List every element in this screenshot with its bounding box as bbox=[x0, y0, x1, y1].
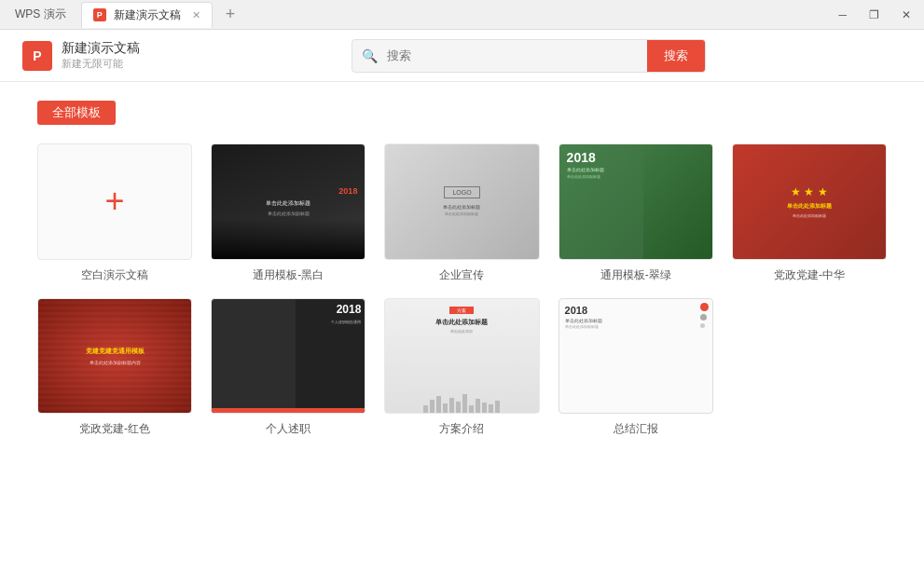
dark-year: 2018 bbox=[338, 186, 357, 196]
corp-logo: LOGO bbox=[444, 186, 479, 198]
restore-button[interactable]: ❐ bbox=[863, 7, 885, 23]
app-subtitle: 新建无限可能 bbox=[62, 57, 140, 71]
tab-label: 新建演示文稿 bbox=[114, 7, 181, 23]
template-thumb-blank: + bbox=[37, 143, 192, 260]
template-thumb-corp: LOGO 单击此处添加标题 单击此处添加副标题 bbox=[384, 143, 539, 260]
template-thumb-summary: 2018 单击此处添加标题 单击此处添加副标题 bbox=[559, 298, 713, 415]
template-thumb-resume: 2018 个人述职报告通用 bbox=[211, 298, 365, 415]
template-item-green[interactable]: 2018 单击此处添加标题 单击此处添加副标题 通用模板-翠绿 bbox=[559, 143, 713, 283]
plan-title: 单击此处添加标题 bbox=[435, 318, 488, 327]
redchina-sub: 单击此处添加副标题 bbox=[793, 213, 826, 218]
title-bar: WPS 演示 P 新建演示文稿 ✕ + ─ ❐ ✕ bbox=[0, 0, 924, 30]
template-thumb-plan: 方案 单击此处添加标题 单击此处添加 bbox=[384, 298, 539, 415]
template-item-plan[interactable]: 方案 单击此处添加标题 单击此处添加 bbox=[384, 298, 539, 438]
category-badge[interactable]: 全部模板 bbox=[37, 101, 116, 125]
template-name-green: 通用模板-翠绿 bbox=[600, 267, 671, 283]
template-item-red-china[interactable]: ★ ★ ★ 单击此处添加标题 单击此处添加副标题 党政党建-中华 bbox=[732, 143, 887, 283]
template-grid: + 空白演示文稿 2018 单击此处添加标题 单击此处添加副标题 通用模板-黑白… bbox=[37, 143, 887, 437]
redchina-title: 单击此处添加标题 bbox=[787, 202, 832, 211]
close-button[interactable]: ✕ bbox=[896, 7, 917, 23]
green-title: 单击此处添加标题 bbox=[567, 167, 604, 172]
app-title: 新建演示文稿 bbox=[62, 40, 140, 57]
search-button[interactable]: 搜索 bbox=[647, 40, 705, 72]
template-name-resume: 个人述职 bbox=[266, 421, 310, 437]
template-name-red-china: 党政党建-中华 bbox=[774, 267, 845, 283]
template-item-red2[interactable]: 党建党建党通用模板 单击此处添加副标题内容 党政党建-红色 bbox=[37, 298, 192, 438]
resume-title: 个人述职报告通用 bbox=[331, 320, 361, 324]
dark-title: 单击此处添加标题 bbox=[266, 199, 310, 208]
template-thumb-dark: 2018 单击此处添加标题 单击此处添加副标题 bbox=[211, 143, 365, 260]
plus-icon: + bbox=[105, 184, 125, 218]
title-bar-left: WPS 演示 P 新建演示文稿 ✕ + bbox=[7, 2, 241, 28]
summary-title: 单击此处添加标题 bbox=[565, 318, 707, 323]
template-name-red2: 党政党建-红色 bbox=[79, 421, 150, 437]
tab-close-button[interactable]: ✕ bbox=[192, 9, 200, 21]
plan-badge: 方案 bbox=[449, 307, 474, 314]
search-input[interactable] bbox=[387, 41, 647, 70]
summary-sub: 单击此处添加副标题 bbox=[565, 324, 707, 329]
dark-sub: 单击此处添加副标题 bbox=[268, 211, 310, 216]
red2-sub: 单击此处添加副标题内容 bbox=[90, 360, 141, 365]
window-controls: ─ ❐ ✕ bbox=[833, 7, 917, 23]
template-thumb-green: 2018 单击此处添加标题 单击此处添加副标题 bbox=[559, 143, 713, 260]
add-tab-button[interactable]: + bbox=[220, 5, 241, 24]
app-logo: P 新建演示文稿 新建无限可能 bbox=[22, 40, 140, 71]
active-tab[interactable]: P 新建演示文稿 ✕ bbox=[81, 2, 213, 28]
redchina-stars: ★ ★ ★ bbox=[791, 185, 828, 198]
tab-icon: P bbox=[93, 8, 106, 21]
resume-year: 2018 bbox=[337, 303, 362, 316]
red2-title: 党建党建党通用模板 bbox=[86, 347, 145, 356]
template-item-summary[interactable]: 2018 单击此处添加标题 单击此处添加副标题 总结汇报 bbox=[559, 298, 713, 438]
main-content: 全部模板 + 空白演示文稿 2018 单击此处添加标题 单击此处添加副标题 通用… bbox=[0, 82, 924, 587]
template-item-dark[interactable]: 2018 单击此处添加标题 单击此处添加副标题 通用模板-黑白 bbox=[211, 143, 365, 283]
logo-icon: P bbox=[22, 41, 52, 71]
template-item-resume[interactable]: 2018 个人述职报告通用 个人述职 bbox=[211, 298, 365, 438]
green-sub: 单击此处添加副标题 bbox=[567, 174, 604, 179]
search-icon: 🔍 bbox=[352, 48, 387, 63]
plan-sub: 单击此处添加 bbox=[450, 329, 473, 334]
app-label: WPS 演示 bbox=[7, 7, 74, 22]
app-title-group: 新建演示文稿 新建无限可能 bbox=[62, 40, 140, 71]
plan-cityscape bbox=[385, 392, 538, 413]
template-name-summary: 总结汇报 bbox=[614, 421, 658, 437]
search-bar[interactable]: 🔍 搜索 bbox=[352, 39, 706, 73]
template-name-dark: 通用模板-黑白 bbox=[253, 267, 324, 283]
summary-dots bbox=[700, 303, 709, 328]
template-name-corp: 企业宣传 bbox=[439, 267, 484, 283]
template-thumb-red2: 党建党建党通用模板 单击此处添加副标题内容 bbox=[37, 298, 192, 415]
template-item-corp[interactable]: LOGO 单击此处添加标题 单击此处添加副标题 企业宣传 bbox=[384, 143, 539, 283]
corp-sub: 单击此处添加副标题 bbox=[445, 212, 478, 216]
summary-year: 2018 bbox=[565, 305, 707, 316]
minimize-button[interactable]: ─ bbox=[833, 7, 852, 23]
template-item-blank[interactable]: + 空白演示文稿 bbox=[37, 143, 192, 283]
template-thumb-red-china: ★ ★ ★ 单击此处添加标题 单击此处添加副标题 bbox=[732, 143, 887, 260]
template-name-plan: 方案介绍 bbox=[439, 421, 484, 437]
header: P 新建演示文稿 新建无限可能 🔍 搜索 bbox=[0, 30, 924, 82]
corp-title: 单击此处添加标题 bbox=[443, 204, 480, 210]
green-year: 2018 bbox=[567, 150, 604, 165]
template-name-blank: 空白演示文稿 bbox=[81, 267, 148, 283]
